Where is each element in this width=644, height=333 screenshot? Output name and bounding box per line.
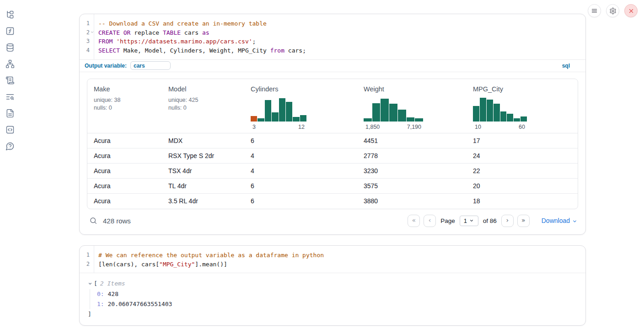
table-cell: 4: [244, 167, 357, 174]
column-name[interactable]: Cylinders: [251, 85, 357, 93]
column-name[interactable]: MPG_City: [473, 85, 578, 93]
next-page-button[interactable]: ›: [501, 215, 514, 227]
column-name[interactable]: Model: [168, 85, 244, 93]
sql-code-editor[interactable]: 1-- Download a CSV and create an in-memo…: [80, 14, 585, 59]
table-cell: Acura: [87, 182, 162, 190]
code-line: 3FROM 'https://datasets.marimo.app/cars.…: [80, 37, 585, 46]
table-row: Acura3.5 RL 4dr6388018: [87, 194, 578, 209]
line-number: 2: [80, 260, 94, 269]
settings-button[interactable]: [606, 4, 619, 17]
shutdown-button[interactable]: [624, 4, 638, 17]
database-icon[interactable]: [5, 43, 15, 52]
line-number: 1: [80, 19, 94, 28]
histogram-bar: [473, 106, 479, 122]
histogram-bar: [272, 112, 278, 122]
histogram-bar: [300, 115, 306, 122]
file-text-icon[interactable]: [5, 109, 15, 118]
prev-page-button[interactable]: ‹: [424, 215, 436, 227]
data-table: Makeunique: 38nulls: 0Modelunique: 425nu…: [87, 79, 578, 209]
gutter-divider: [94, 14, 94, 59]
column-header-cylinders: Cylinders312: [244, 85, 357, 130]
python-code-editor[interactable]: 1# We can reference the output variable …: [80, 246, 585, 273]
histogram-bar: [407, 117, 415, 122]
line-number: 1: [80, 251, 94, 260]
histogram-min-label: 3: [252, 124, 256, 130]
code-line: 1-- Download a CSV and create an in-memo…: [80, 19, 585, 28]
table-cell: 2778: [357, 152, 467, 159]
output-variable-input[interactable]: [130, 61, 171, 70]
search-icon[interactable]: [89, 217, 97, 225]
text-search-icon[interactable]: [5, 92, 15, 101]
scroll-text-icon[interactable]: [5, 76, 15, 85]
items-count-label: 2 Items: [100, 279, 125, 289]
menu-button[interactable]: [588, 4, 601, 17]
collapse-chevron-icon[interactable]: [88, 281, 92, 286]
histogram-bar: [494, 104, 500, 122]
table-cell: 3575: [357, 182, 467, 190]
file-tree-icon[interactable]: [5, 10, 15, 19]
column-histogram: 1,8507,190: [364, 96, 423, 130]
code-text: # We can reference the output variable a…: [94, 251, 324, 260]
code-text: [len(cars), cars["MPG_City"].mean()]: [94, 260, 227, 269]
histogram-bar: [293, 117, 299, 122]
help-circle-icon[interactable]: [5, 142, 15, 151]
table-cell: Acura: [87, 137, 162, 144]
table-cell: 3880: [357, 197, 467, 205]
column-histogram: 1060: [473, 96, 527, 130]
topbar-controls: [588, 4, 638, 17]
code-text: -- Download a CSV and create an in-memor…: [94, 19, 267, 28]
histogram-max-label: 60: [519, 124, 525, 130]
table-row: AcuraTL 4dr6357520: [87, 179, 578, 194]
output-variable-row: Output variable: sql: [80, 59, 585, 72]
histogram-bar: [251, 116, 257, 122]
gutter-divider: [94, 246, 94, 273]
histogram-bar: [258, 118, 264, 122]
histogram-bar: [364, 118, 372, 122]
code-line: 2CREATE OR replace TABLE cars as: [80, 28, 585, 37]
histogram-max-label: 7,190: [407, 124, 421, 130]
code-square-icon[interactable]: [5, 125, 15, 134]
open-bracket: [: [94, 279, 97, 289]
column-name[interactable]: Make: [94, 85, 162, 93]
table-cell: 6: [244, 137, 357, 144]
code-text: FROM 'https://datasets.marimo.app/cars.c…: [94, 37, 256, 46]
function-square-icon[interactable]: [5, 26, 15, 36]
last-page-button[interactable]: »: [517, 215, 530, 227]
entry-value: 20.060747663551403: [104, 301, 172, 307]
histogram-bar: [398, 110, 406, 122]
tree-entries: 0: 4281: 20.060747663551403: [90, 289, 578, 310]
line-number: 3: [80, 37, 94, 46]
column-header-mpg_city: MPG_City1060: [467, 85, 578, 130]
download-button[interactable]: Download: [542, 217, 577, 224]
code-line: 1# We can reference the output variable …: [80, 251, 585, 260]
column-stats: unique: 38nulls: 0: [94, 96, 162, 112]
chevron-down-icon: [572, 219, 577, 224]
fold-chevron-icon[interactable]: [90, 30, 94, 34]
column-histogram: 312: [251, 96, 306, 130]
page-select[interactable]: 1: [460, 216, 478, 226]
sql-cell: 1-- Download a CSV and create an in-memo…: [79, 14, 586, 235]
tree-root: [2 Items: [88, 279, 578, 289]
table-cell: 6: [244, 182, 357, 190]
python-cell-output: [2 Items0: 4281: 20.060747663551403]: [80, 273, 585, 325]
table-footer: 428 rows « ‹ Page 1 of 86 › » Download: [87, 214, 578, 228]
line-number: 4: [80, 46, 94, 55]
first-page-button[interactable]: «: [408, 215, 420, 227]
histogram-bar: [480, 98, 486, 122]
entry-value: 428: [104, 291, 118, 297]
histogram-bar: [487, 100, 493, 122]
table-cell: 22: [467, 167, 578, 174]
page-total-label: of 86: [483, 217, 497, 224]
column-name[interactable]: Weight: [364, 85, 467, 93]
page-select-value: 1: [464, 217, 467, 224]
histogram-bar: [507, 114, 513, 122]
histogram-bar: [514, 118, 520, 122]
network-icon[interactable]: [5, 59, 15, 69]
tree-entry: 0: 428: [97, 289, 578, 299]
table-cell: 3230: [357, 167, 467, 174]
code-line: 4SELECT Make, Model, Cylinders, Weight, …: [80, 46, 585, 55]
column-stats: unique: 425nulls: 0: [168, 96, 244, 112]
table-cell: 4: [244, 152, 357, 159]
table-cell: TSX 4dr: [162, 167, 244, 174]
table-cell: Acura: [87, 197, 162, 205]
